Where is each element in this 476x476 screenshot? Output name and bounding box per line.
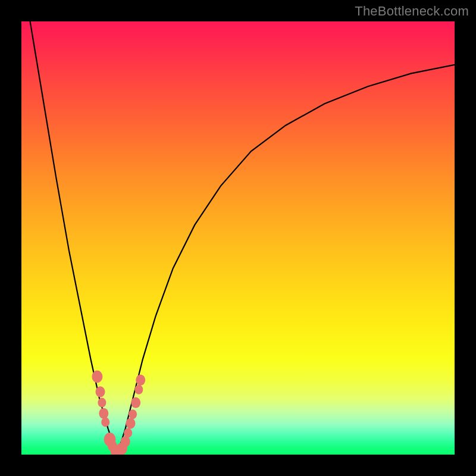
data-dot: [124, 428, 132, 438]
bottleneck-curve: [30, 21, 455, 455]
data-dot: [101, 417, 109, 427]
data-dot: [134, 385, 143, 394]
highlighted-points-group: [92, 371, 145, 455]
plot-area: [21, 21, 455, 455]
chart-svg: [21, 21, 455, 455]
watermark-text: TheBottleneck.com: [355, 4, 469, 19]
data-dot: [136, 375, 145, 386]
data-dot: [92, 371, 102, 383]
data-dot: [121, 436, 130, 447]
data-dot: [99, 408, 108, 419]
data-dot: [126, 418, 135, 428]
data-dot: [98, 398, 106, 408]
data-dot: [129, 409, 137, 419]
data-dot: [131, 397, 140, 408]
data-dot: [96, 386, 105, 397]
outer-frame: TheBottleneck.com: [0, 0, 476, 476]
